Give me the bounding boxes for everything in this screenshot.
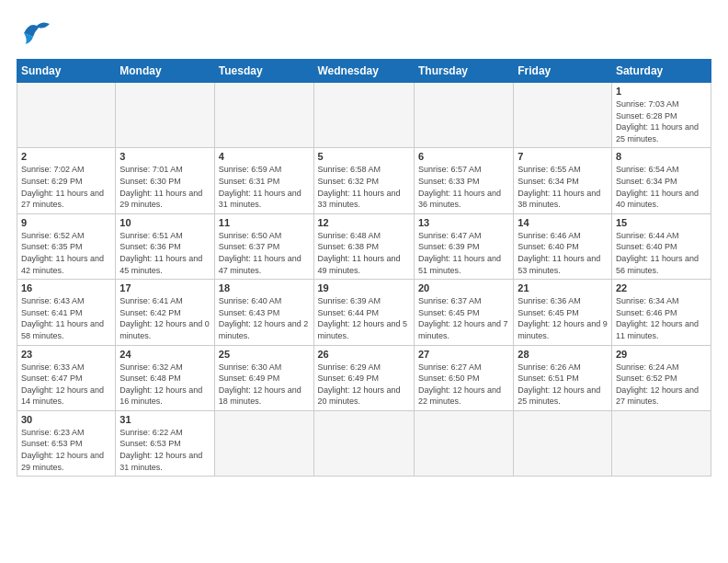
calendar-cell [313,410,414,476]
day-info: Sunrise: 6:58 AM Sunset: 6:32 PM Dayligh… [318,164,410,210]
calendar-cell: 9Sunrise: 6:52 AM Sunset: 6:35 PM Daylig… [17,213,116,279]
day-info: Sunrise: 6:27 AM Sunset: 6:50 PM Dayligh… [418,362,509,408]
weekday-header-row: SundayMondayTuesdayWednesdayThursdayFrid… [17,60,711,83]
calendar-cell: 11Sunrise: 6:50 AM Sunset: 6:37 PM Dayli… [214,213,313,279]
day-info: Sunrise: 6:24 AM Sunset: 6:52 PM Dayligh… [616,362,707,408]
day-info: Sunrise: 6:36 AM Sunset: 6:45 PM Dayligh… [518,295,608,341]
day-info: Sunrise: 6:52 AM Sunset: 6:35 PM Dayligh… [21,230,111,276]
day-info: Sunrise: 6:33 AM Sunset: 6:47 PM Dayligh… [21,362,111,408]
day-number: 29 [616,349,707,360]
day-info: Sunrise: 6:50 AM Sunset: 6:37 PM Dayligh… [219,230,310,276]
calendar-week-4: 16Sunrise: 6:43 AM Sunset: 6:41 PM Dayli… [17,280,711,345]
weekday-header-sunday: Sunday [17,60,116,83]
calendar-cell: 29Sunrise: 6:24 AM Sunset: 6:52 PM Dayli… [611,345,711,410]
calendar-week-6: 30Sunrise: 6:23 AM Sunset: 6:53 PM Dayli… [17,410,711,476]
calendar-cell: 17Sunrise: 6:41 AM Sunset: 6:42 PM Dayli… [116,280,214,345]
calendar-cell: 21Sunrise: 6:36 AM Sunset: 6:45 PM Dayli… [514,280,612,345]
day-info: Sunrise: 6:29 AM Sunset: 6:49 PM Dayligh… [318,362,410,408]
calendar-cell: 31Sunrise: 6:22 AM Sunset: 6:53 PM Dayli… [116,410,214,476]
calendar-cell: 18Sunrise: 6:40 AM Sunset: 6:43 PM Dayli… [214,280,313,345]
day-number: 13 [418,217,509,228]
day-number: 24 [119,349,210,360]
calendar-cell: 4Sunrise: 6:59 AM Sunset: 6:31 PM Daylig… [214,148,313,213]
day-info: Sunrise: 6:26 AM Sunset: 6:51 PM Dayligh… [518,362,608,408]
day-info: Sunrise: 7:01 AM Sunset: 6:30 PM Dayligh… [119,164,210,210]
calendar-cell [514,410,612,476]
calendar-cell: 13Sunrise: 6:47 AM Sunset: 6:39 PM Dayli… [414,213,513,279]
day-info: Sunrise: 6:39 AM Sunset: 6:44 PM Dayligh… [318,295,410,341]
calendar-week-2: 2Sunrise: 7:02 AM Sunset: 6:29 PM Daylig… [17,148,711,213]
weekday-header-saturday: Saturday [611,60,711,83]
calendar-cell: 25Sunrise: 6:30 AM Sunset: 6:49 PM Dayli… [214,345,313,410]
day-number: 16 [21,282,111,293]
day-number: 15 [616,217,707,228]
day-number: 23 [21,349,111,360]
day-number: 25 [219,349,310,360]
header [17,15,711,52]
calendar-week-1: 1Sunrise: 7:03 AM Sunset: 6:28 PM Daylig… [17,83,711,148]
day-number: 7 [518,151,608,162]
day-number: 18 [219,282,310,293]
weekday-header-friday: Friday [514,60,612,83]
day-number: 22 [616,282,707,293]
calendar-cell: 23Sunrise: 6:33 AM Sunset: 6:47 PM Dayli… [17,345,116,410]
calendar-cell [214,83,313,148]
day-info: Sunrise: 6:46 AM Sunset: 6:40 PM Dayligh… [518,230,608,276]
day-number: 10 [119,217,210,228]
weekday-header-wednesday: Wednesday [313,60,414,83]
day-number: 12 [318,217,410,228]
page: SundayMondayTuesdayWednesdayThursdayFrid… [0,0,728,563]
day-info: Sunrise: 6:47 AM Sunset: 6:39 PM Dayligh… [418,230,509,276]
day-number: 17 [119,282,210,293]
calendar-cell: 30Sunrise: 6:23 AM Sunset: 6:53 PM Dayli… [17,410,116,476]
day-info: Sunrise: 6:37 AM Sunset: 6:45 PM Dayligh… [418,295,509,341]
day-info: Sunrise: 6:43 AM Sunset: 6:41 PM Dayligh… [21,295,111,341]
weekday-header-monday: Monday [116,60,214,83]
weekday-header-thursday: Thursday [414,60,513,83]
day-info: Sunrise: 6:41 AM Sunset: 6:42 PM Dayligh… [119,295,210,341]
day-info: Sunrise: 6:22 AM Sunset: 6:53 PM Dayligh… [119,427,210,473]
day-number: 9 [21,217,111,228]
logo [17,15,59,52]
calendar-cell: 16Sunrise: 6:43 AM Sunset: 6:41 PM Dayli… [17,280,116,345]
weekday-header-tuesday: Tuesday [214,60,313,83]
day-info: Sunrise: 6:32 AM Sunset: 6:48 PM Dayligh… [119,362,210,408]
day-number: 21 [518,282,608,293]
day-number: 4 [219,151,310,162]
calendar-cell: 27Sunrise: 6:27 AM Sunset: 6:50 PM Dayli… [414,345,513,410]
calendar-cell: 14Sunrise: 6:46 AM Sunset: 6:40 PM Dayli… [514,213,612,279]
day-info: Sunrise: 6:55 AM Sunset: 6:34 PM Dayligh… [518,164,608,210]
calendar-cell: 7Sunrise: 6:55 AM Sunset: 6:34 PM Daylig… [514,148,612,213]
day-number: 6 [418,151,509,162]
day-number: 28 [518,349,608,360]
calendar-cell [611,410,711,476]
calendar-cell: 12Sunrise: 6:48 AM Sunset: 6:38 PM Dayli… [313,213,414,279]
calendar-cell: 24Sunrise: 6:32 AM Sunset: 6:48 PM Dayli… [116,345,214,410]
day-number: 30 [21,414,111,425]
calendar-cell [414,83,513,148]
day-info: Sunrise: 6:23 AM Sunset: 6:53 PM Dayligh… [21,427,111,473]
logo-icon [17,15,57,52]
day-number: 1 [616,86,707,97]
day-info: Sunrise: 6:30 AM Sunset: 6:49 PM Dayligh… [219,362,310,408]
calendar-cell [116,83,214,148]
calendar-cell: 19Sunrise: 6:39 AM Sunset: 6:44 PM Dayli… [313,280,414,345]
calendar-cell: 1Sunrise: 7:03 AM Sunset: 6:28 PM Daylig… [611,83,711,148]
day-number: 2 [21,151,111,162]
day-number: 31 [119,414,210,425]
day-info: Sunrise: 6:57 AM Sunset: 6:33 PM Dayligh… [418,164,509,210]
calendar-cell: 20Sunrise: 6:37 AM Sunset: 6:45 PM Dayli… [414,280,513,345]
day-info: Sunrise: 6:54 AM Sunset: 6:34 PM Dayligh… [616,164,707,210]
calendar-table: SundayMondayTuesdayWednesdayThursdayFrid… [17,59,711,477]
day-number: 3 [119,151,210,162]
day-number: 19 [318,282,410,293]
calendar-cell [17,83,116,148]
calendar-cell: 10Sunrise: 6:51 AM Sunset: 6:36 PM Dayli… [116,213,214,279]
calendar-cell: 26Sunrise: 6:29 AM Sunset: 6:49 PM Dayli… [313,345,414,410]
calendar-cell: 2Sunrise: 7:02 AM Sunset: 6:29 PM Daylig… [17,148,116,213]
day-info: Sunrise: 6:51 AM Sunset: 6:36 PM Dayligh… [119,230,210,276]
calendar-cell: 6Sunrise: 6:57 AM Sunset: 6:33 PM Daylig… [414,148,513,213]
calendar-week-3: 9Sunrise: 6:52 AM Sunset: 6:35 PM Daylig… [17,213,711,279]
day-number: 8 [616,151,707,162]
day-number: 14 [518,217,608,228]
